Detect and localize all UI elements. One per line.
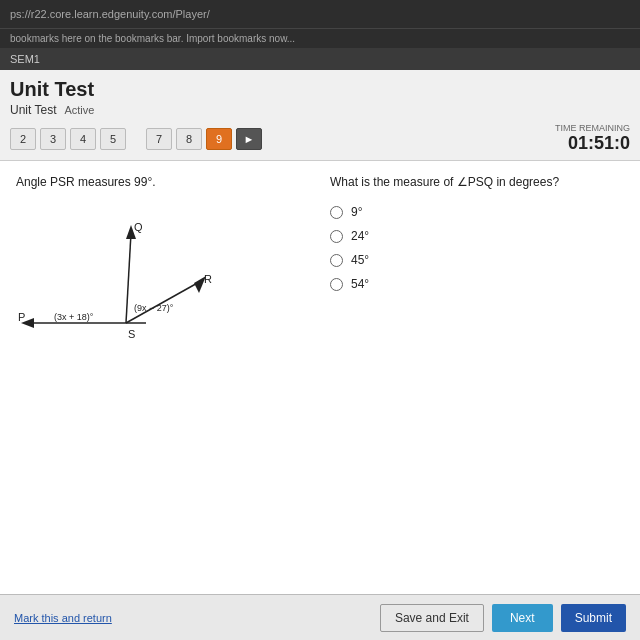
- choice-24[interactable]: 24°: [330, 229, 624, 243]
- footer-buttons: Save and Exit Next Submit: [380, 604, 626, 632]
- choice-label-45: 45°: [351, 253, 369, 267]
- active-badge: Active: [64, 104, 94, 116]
- question-prompt: What is the measure of ∠PSQ in degrees?: [330, 175, 624, 189]
- page-title: Unit Test: [10, 78, 630, 101]
- angle-label-2: (9x − 27)°: [134, 303, 174, 313]
- label-Q: Q: [134, 221, 143, 233]
- geometry-diagram: Q R S P (3x + 18)° (9x − 27)°: [16, 203, 236, 383]
- next-button[interactable]: Next: [492, 604, 553, 632]
- angle-label-1: (3x + 18)°: [54, 312, 94, 322]
- browser-url-bar: ps://r22.core.learn.edgenuity.com/Player…: [0, 0, 640, 28]
- question-body: Angle PSR measures 99°.: [0, 161, 640, 594]
- diagram-container: Q R S P (3x + 18)° (9x − 27)°: [16, 203, 236, 383]
- choice-label-54: 54°: [351, 277, 369, 291]
- nav-btn-2[interactable]: 2: [10, 128, 36, 150]
- unit-test-subtitle: Unit Test Active: [10, 103, 630, 117]
- time-remaining: TIME REMAINING 01:51:0: [555, 123, 630, 154]
- nav-buttons-group: 2 3 4 5 7 8 9 ►: [10, 128, 262, 150]
- nav-btn-7[interactable]: 7: [146, 128, 172, 150]
- radio-54[interactable]: [330, 278, 343, 291]
- radio-9[interactable]: [330, 206, 343, 219]
- bookmarks-bar: bookmarks here on the bookmarks bar. Imp…: [0, 28, 640, 48]
- unit-test-header: Unit Test Unit Test Active: [0, 70, 640, 117]
- radio-45[interactable]: [330, 254, 343, 267]
- answer-choices: 9° 24° 45° 54°: [330, 205, 624, 291]
- nav-btn-9[interactable]: 9: [206, 128, 232, 150]
- submit-button[interactable]: Submit: [561, 604, 626, 632]
- nav-btn-5[interactable]: 5: [100, 128, 126, 150]
- mark-return-link[interactable]: Mark this and return: [14, 612, 112, 624]
- given-info: Angle PSR measures 99°.: [16, 175, 310, 189]
- svg-line-2: [126, 281, 201, 323]
- nav-btn-3[interactable]: 3: [40, 128, 66, 150]
- save-exit-button[interactable]: Save and Exit: [380, 604, 484, 632]
- nav-row: 2 3 4 5 7 8 9 ► TIME REMAINING 01:51:0: [0, 117, 640, 160]
- label-P: P: [18, 311, 25, 323]
- header-strip: SEM1: [0, 48, 640, 70]
- label-R: R: [204, 273, 212, 285]
- choice-45[interactable]: 45°: [330, 253, 624, 267]
- question-left: Angle PSR measures 99°.: [16, 175, 310, 580]
- subtitle-label: Unit Test: [10, 103, 56, 117]
- choice-9[interactable]: 9°: [330, 205, 624, 219]
- choice-label-24: 24°: [351, 229, 369, 243]
- nav-btn-4[interactable]: 4: [70, 128, 96, 150]
- label-S: S: [128, 328, 135, 340]
- question-area: Angle PSR measures 99°.: [0, 161, 640, 640]
- choice-label-9: 9°: [351, 205, 362, 219]
- footer: Mark this and return Save and Exit Next …: [0, 594, 640, 640]
- nav-btn-8[interactable]: 8: [176, 128, 202, 150]
- question-right: What is the measure of ∠PSQ in degrees? …: [330, 175, 624, 580]
- choice-54[interactable]: 54°: [330, 277, 624, 291]
- nav-btn-next-arrow[interactable]: ►: [236, 128, 262, 150]
- radio-24[interactable]: [330, 230, 343, 243]
- svg-line-0: [126, 233, 131, 323]
